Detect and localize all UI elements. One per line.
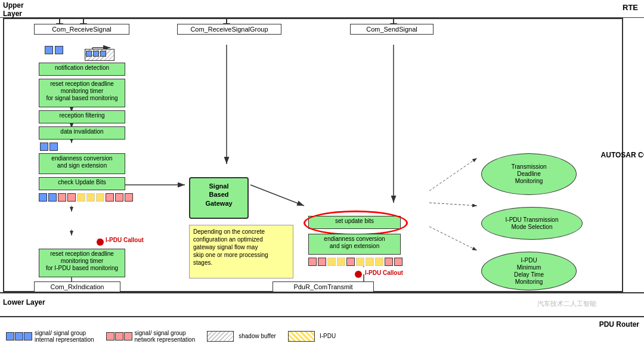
- blue-sq-s1: [86, 51, 92, 57]
- pixel-row-right: [308, 258, 402, 266]
- prr-y5: [375, 258, 383, 266]
- legend-blue-1: [6, 332, 14, 340]
- blue-sq-s2: [93, 51, 99, 57]
- pr2-p1: [58, 193, 66, 202]
- autosar-com-box: AUTOSAR COM Com_ReceiveSignal Com_Receiv…: [3, 18, 623, 292]
- prr-y1: [327, 258, 336, 266]
- legend-pink-3: [124, 332, 132, 340]
- prr-p2: [318, 258, 326, 266]
- reception-filtering-box: reception filtering: [39, 110, 125, 123]
- legend-pink-1: [106, 332, 114, 340]
- rte-label: RTE: [623, 3, 638, 12]
- header-send-signal: Com_SendSignal: [350, 24, 434, 35]
- blue-squares-shadow: [86, 51, 106, 57]
- endianness2-box: endianness conversion and sign extension: [308, 234, 401, 255]
- upper-layer-label: Upper Layer: [3, 1, 24, 18]
- pr2-p2: [67, 193, 76, 202]
- pr1-b1: [40, 143, 48, 151]
- ipdu-minimum-ellipse: I-PDU Minimum Delay Time Monitoring: [481, 252, 577, 290]
- blue-square-1: [45, 46, 53, 54]
- pr2-p3: [106, 193, 114, 202]
- blue-sq-s3: [100, 51, 106, 57]
- header-receive-signal-group: Com_ReceiveSignalGroup: [177, 24, 281, 35]
- header-rx-indication: Com_RxIndication: [34, 281, 120, 292]
- main-container: Upper Layer RTE AUTOSAR COM Com_ReceiveS…: [0, 0, 644, 356]
- set-update-bits-box: set update bits: [308, 216, 401, 229]
- pr2-b2: [48, 193, 57, 202]
- legend-blue-3: [24, 332, 32, 340]
- check-update-box: check Update Bits: [39, 177, 125, 190]
- prr-y3: [356, 258, 364, 266]
- legend-area: signal/ signal group internal representa…: [0, 316, 644, 356]
- legend-blue-2: [15, 332, 23, 340]
- header-receive-signal: Com_ReceiveSignal: [34, 24, 129, 35]
- note-box: Depending on the concrete configuration …: [189, 225, 293, 278]
- blue-square-2: [55, 46, 63, 54]
- lower-layer-label: Lower Layer: [3, 298, 45, 307]
- pr2-p4: [115, 193, 123, 202]
- callout-label-left: I-PDU Callout: [106, 237, 144, 243]
- pr2-y1: [77, 193, 85, 202]
- pr1-b2: [49, 143, 58, 151]
- prr-p1: [308, 258, 317, 266]
- legend-pink-2: [115, 332, 123, 340]
- blue-squares-left: [45, 46, 63, 54]
- watermark: 汽车技术二人工智能: [537, 299, 596, 308]
- pr2-p5: [125, 193, 133, 202]
- callout-dot-left: [97, 239, 104, 246]
- endianness1-box: endianness conversion and sign extension: [39, 153, 125, 174]
- pixel-row-2: [39, 193, 133, 202]
- prr-p5: [394, 258, 402, 266]
- header-pdu-transmit: PduR_ComTransmit: [273, 281, 374, 292]
- pr2-b1: [39, 193, 47, 202]
- prr-y2: [337, 258, 345, 266]
- legend-shadow-buffer: shadow buffer: [207, 331, 276, 342]
- reset-ipdu-box: reset reception deadline monitoring time…: [39, 249, 125, 277]
- legend-yellow-box: [288, 331, 315, 342]
- data-invalidation-box: data invalidation: [39, 126, 125, 140]
- prr-p4: [385, 258, 393, 266]
- legend-ipdu: I-PDU: [288, 331, 336, 342]
- callout-dot-right: [355, 271, 362, 278]
- pixel-row-1: [40, 143, 58, 151]
- legend-signal-network: signal/ signal group network representat…: [106, 330, 196, 343]
- callout-label-right: I-PDU Callout: [365, 270, 403, 276]
- legend-shadow-box: [207, 331, 234, 342]
- autosar-com-label: AUTOSAR COM: [601, 150, 644, 160]
- legend-signal-internal: signal/ signal group internal representa…: [6, 330, 94, 343]
- ipdu-transmission-ellipse: I-PDU Transmission Mode Selection: [481, 207, 583, 240]
- rte-area: Upper Layer RTE: [0, 0, 644, 18]
- notification-detection-box: notification detection: [39, 63, 125, 76]
- prr-y4: [366, 258, 374, 266]
- transmission-deadline-ellipse: Transmission Deadline Monitoring: [481, 153, 577, 195]
- pr2-y3: [96, 193, 104, 202]
- pr2-y2: [86, 193, 95, 202]
- prr-p3: [346, 258, 355, 266]
- signal-gateway-box: Signal Based Gateway: [189, 177, 249, 219]
- reset-signal-box: reset reception deadline monitoring time…: [39, 79, 125, 107]
